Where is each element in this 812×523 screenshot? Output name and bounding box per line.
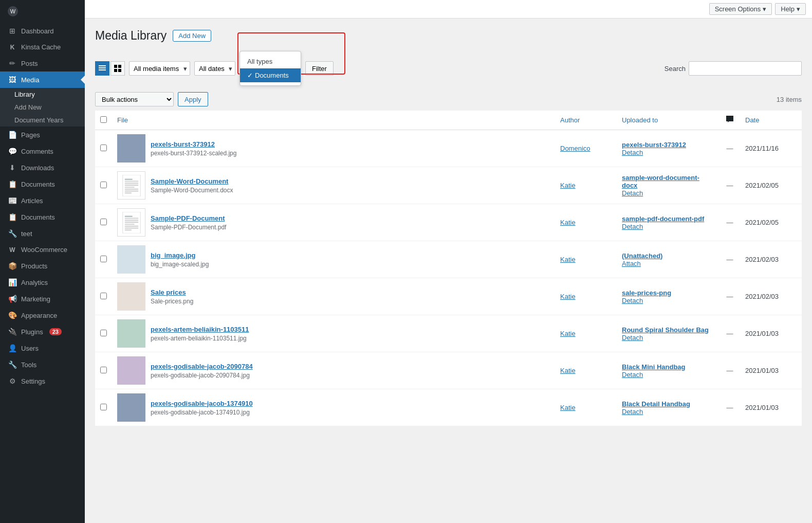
documents-icon: 📋	[8, 180, 17, 188]
row-checkbox[interactable]	[100, 182, 107, 188]
file-name-link[interactable]: big_image.jpg	[151, 251, 209, 259]
uploaded-name-link[interactable]: (Unattached)	[622, 252, 714, 260]
date-cell: 2021/01/03	[740, 352, 802, 389]
sidebar-item-documents[interactable]: 📋 Documents	[0, 176, 85, 192]
screen-options-button[interactable]: Screen Options ▾	[709, 3, 772, 15]
row-checkbox[interactable]	[100, 330, 107, 336]
bulk-actions-select[interactable]: Bulk actions Delete Permanently	[95, 92, 174, 106]
help-button[interactable]: Help ▾	[775, 3, 806, 15]
sidebar: W ⊞ Dashboard K Kinsta Cache ✏ Posts 🖼 M…	[0, 0, 85, 523]
uploaded-action-link[interactable]: Detach	[622, 149, 714, 156]
sidebar-item-comments[interactable]: 💬 Comments	[0, 143, 85, 159]
svg-rect-0	[99, 65, 106, 66]
search-input[interactable]	[689, 61, 802, 76]
row-checkbox[interactable]	[100, 256, 107, 262]
row-checkbox[interactable]	[100, 293, 107, 299]
uploaded-action-link[interactable]: Detach	[622, 297, 714, 304]
date-col-header[interactable]: Date	[740, 111, 802, 130]
svg-rect-3	[114, 65, 117, 68]
dates-select[interactable]: All dates 2021/11 2021/02 2021/01	[194, 61, 235, 76]
image-thumbnail	[117, 245, 145, 274]
sidebar-item-teet[interactable]: 🔧 teet	[0, 225, 85, 242]
sidebar-item-articles[interactable]: 📰 Articles	[0, 192, 85, 209]
sidebar-item-pages[interactable]: 📄 Pages	[0, 127, 85, 143]
sidebar-item-users[interactable]: 👤 Users	[0, 340, 85, 356]
author-link[interactable]: Katie	[560, 404, 576, 411]
sidebar-item-settings[interactable]: ⚙ Settings	[0, 373, 85, 389]
uploaded-action-link[interactable]: Detach	[622, 408, 714, 416]
sidebar-item-kinsta-cache[interactable]: K Kinsta Cache	[0, 39, 85, 55]
file-sub-text: pexels-godisable-jacob-2090784.jpg	[151, 372, 250, 379]
table-row: pexels-artem-beliaikin-1103511pexels-art…	[95, 315, 802, 352]
author-link[interactable]: Katie	[560, 256, 576, 263]
file-name-link[interactable]: pexels-burst-373912	[151, 140, 236, 148]
uploaded-name-link[interactable]: pexels-burst-373912	[622, 141, 714, 149]
sidebar-item-posts[interactable]: ✏ Posts	[0, 55, 85, 71]
uploaded-name-link[interactable]: Black Mini Handbag	[622, 363, 714, 371]
row-checkbox[interactable]	[100, 219, 107, 225]
file-name-link[interactable]: Sample-Word-Document	[151, 177, 233, 185]
file-name-link[interactable]: pexels-artem-beliaikin-1103511	[151, 326, 249, 333]
uploaded-col-header[interactable]: Uploaded to	[617, 111, 719, 130]
uploaded-name-link[interactable]: Black Detail Handbag	[622, 400, 714, 408]
add-new-button[interactable]: Add New	[173, 30, 211, 42]
uploaded-name-link[interactable]: sample-word-document-docx	[622, 174, 714, 189]
sidebar-item-documents2[interactable]: 📋 Documents	[0, 209, 85, 225]
sidebar-item-label: WooCommerce	[21, 246, 67, 254]
sidebar-item-products[interactable]: 📦 Products	[0, 258, 85, 274]
row-checkbox[interactable]	[100, 145, 107, 151]
author-link[interactable]: Katie	[560, 182, 576, 189]
sidebar-item-dashboard[interactable]: ⊞ Dashboard	[0, 23, 85, 39]
file-name-link[interactable]: Sale prices	[151, 288, 193, 296]
help-chevron-icon: ▾	[797, 5, 800, 13]
author-link[interactable]: Katie	[560, 219, 576, 226]
author-link[interactable]: Katie	[560, 293, 576, 300]
table-row: Sample-Word-DocumentSample-Word-Document…	[95, 167, 802, 204]
type-option-all-types[interactable]: All types	[240, 55, 301, 68]
uploaded-action-link[interactable]: Detach	[622, 371, 714, 378]
file-name-link[interactable]: Sample-PDF-Document	[151, 214, 226, 222]
sidebar-item-media[interactable]: 🖼 Media	[0, 71, 85, 88]
author-link[interactable]: Katie	[560, 367, 576, 374]
type-option-documents[interactable]: ✓Documents	[240, 68, 301, 82]
select-all-checkbox[interactable]	[100, 116, 107, 123]
sidebar-item-analytics[interactable]: 📊 Analytics	[0, 274, 85, 291]
file-name-link[interactable]: pexels-godisable-jacob-2090784	[151, 363, 253, 370]
uploaded-action-link[interactable]: Detach	[622, 223, 714, 230]
sidebar-item-woocommerce[interactable]: W WooCommerce	[0, 242, 85, 258]
uploaded-name-link[interactable]: sale-prices-png	[622, 289, 714, 297]
sidebar-item-tools[interactable]: 🔧 Tools	[0, 356, 85, 373]
uploaded-name-link[interactable]: Round Spiral Shoulder Bag	[622, 326, 714, 334]
sidebar-item-plugins[interactable]: 🔌 Plugins 23	[0, 323, 85, 340]
author-link[interactable]: Domenico	[560, 145, 590, 152]
sidebar-sub-document-years[interactable]: Document Years	[0, 114, 85, 127]
filter-button[interactable]: Filter	[305, 61, 334, 76]
media-icon: 🖼	[8, 76, 17, 84]
grid-view-button[interactable]	[110, 61, 125, 76]
sidebar-sub-label: Add New	[14, 103, 42, 111]
file-name-link[interactable]: pexels-godisable-jacob-1374910	[151, 400, 253, 407]
author-col-header[interactable]: Author	[555, 111, 617, 130]
row-checkbox[interactable]	[100, 367, 107, 373]
uploaded-action-link[interactable]: Attach	[622, 260, 714, 267]
sidebar-item-downloads[interactable]: ⬇ Downloads	[0, 159, 85, 176]
sidebar-item-marketing[interactable]: 📢 Marketing	[0, 291, 85, 307]
row-checkbox[interactable]	[100, 404, 107, 410]
list-view-button[interactable]	[95, 61, 109, 76]
uploaded-name-link[interactable]: sample-pdf-document-pdf	[622, 215, 714, 223]
file-col-header[interactable]: File	[112, 111, 555, 130]
sidebar-sub-library[interactable]: Library	[0, 88, 85, 101]
author-cell: Domenico	[555, 130, 617, 167]
sidebar-item-label: Marketing	[21, 295, 50, 303]
author-link[interactable]: Katie	[560, 330, 576, 337]
uploaded-action-link[interactable]: Detach	[622, 334, 714, 341]
sidebar-sub-add-new[interactable]: Add New	[0, 101, 85, 114]
media-items-select[interactable]: All media items Images Audio Video Docum…	[129, 61, 190, 76]
apply-button[interactable]: Apply	[178, 92, 208, 106]
svg-rect-5	[114, 69, 117, 72]
sidebar-item-appearance[interactable]: 🎨 Appearance	[0, 307, 85, 323]
sidebar-item-label: Downloads	[21, 164, 54, 172]
comments-dash: —	[727, 219, 733, 226]
media-table: File Author Uploaded to Date pexels-burs…	[95, 111, 802, 426]
uploaded-action-link[interactable]: Detach	[622, 189, 714, 197]
